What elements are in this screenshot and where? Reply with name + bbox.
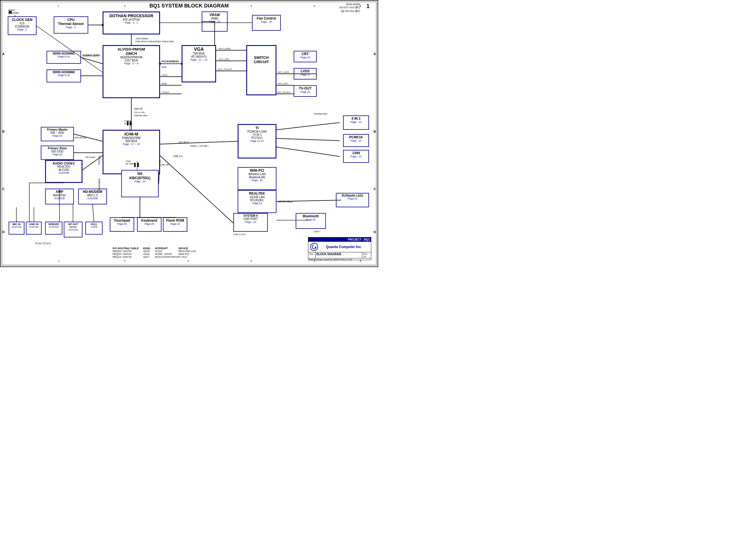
pci-row2-int: INTB# , INTD# [155,253,178,256]
hp-out-page[interactable]: AUDIO/B [65,229,81,231]
fan-control-page[interactable]: Page : 25 [254,20,279,23]
four-in-1-page[interactable]: Page : 22 [344,120,368,123]
ti-page[interactable]: Page 21,22 [239,140,275,142]
tvout-page[interactable]: Page:15 [295,90,315,93]
logo-rev: Rev 1A [362,252,371,258]
ddrii1-block: DDRII-SODIMM1 Page:9-10 [46,51,81,64]
primary-slave-block: Primary Slave IDE-ODD Page:16 [41,145,74,160]
vga-block: VGA 708 BGA ATI (M24-P) Page : 11 ~ 13 [182,45,216,82]
grid-b-right: B [373,130,376,133]
realtek-sub: 10/100 LAN [239,195,275,199]
line-in-page[interactable]: AUDIO/B [27,226,40,228]
dothan-title: DOTHAN PROCESSOR [105,13,158,18]
rj11-page[interactable]: USB/B [87,226,101,228]
alviso-page[interactable]: Page : 5 ~ 8 [105,62,158,65]
clock-gen-sub: ICS [9,22,35,25]
cpu-thermal-page[interactable]: Page : 3 [55,26,87,29]
rj45-page[interactable]: Page:23 [337,197,368,200]
rj45-block: RJ45(with LED) Page:23 [336,193,369,207]
amp-sub: MAX975X [46,194,73,197]
speker-title: SPEKER [46,223,61,226]
vga-page[interactable]: Page : 11 ~ 13 [183,58,214,61]
cpu-thermal-title2: Thermal Sensor [55,22,87,26]
keyboard-title: Keyboard [138,218,160,222]
keyboard-page[interactable]: Page:25 [138,222,160,225]
mic-in-page[interactable]: AUDIO/B [10,226,23,228]
svg-point-6 [310,243,318,251]
page-number: 1 [366,3,369,10]
speker-page[interactable]: AUDIO/B [46,226,61,228]
ns-page[interactable]: Page : 24 [123,180,157,183]
xtal-32768-1: XTAL32.768K [124,120,133,125]
amp-page[interactable]: AUDIO/B [46,197,73,200]
vram-page[interactable]: Page : 14 [203,20,226,23]
hp-out-block: HP OUT SPDIF AUDIO/B [64,222,82,238]
ns-sub: KBC(97551) [123,176,157,180]
pci-table-dev: DEVICE [178,247,196,250]
pci-row1-req: REQ0# / GNT0# [113,250,143,253]
amp-block: AMP MAX975X AUDIO/B [45,189,74,204]
ddrii1-label: 533MHZ DDRII [82,54,100,57]
bluetooth-title: Bluetooth [297,214,325,218]
ich6m-sub: FW82801FBM [105,136,158,140]
bluetooth-page[interactable]: Page:25 [297,218,325,221]
hd-modem-sub: MDC1.5 [79,194,106,197]
audio-codec-sub2: ALC260 [47,168,81,171]
clock-gen-page[interactable]: Page : 2 [9,28,35,31]
hp-out-title: HP OUT [65,223,81,226]
ddrii1-page[interactable]: Page:9-10 [48,55,80,58]
ieee1394-page[interactable]: Page : 21 [344,155,368,158]
system-usb-sub: USB PORT [234,217,267,220]
audio-codec-page[interactable]: AUDIO/B [47,171,81,174]
logo-project: PROJECT : BQ1 [308,238,371,242]
grid-num-5: 5 [314,5,315,8]
bom-line3: I@ INTVGA 要打 [339,10,360,13]
grid-c-right: C [373,187,376,191]
system-usb-title: SYSTEM 4 [234,214,267,217]
secondary-label: Secondary [98,179,100,191]
ich6m-page[interactable]: Page : 17 ~ 19 [105,143,158,145]
pci-row1-ad: AD24 [143,250,155,253]
grid-num-b5: 5 [314,260,315,263]
tvout-title: TV-OUT [295,87,315,90]
crt-page[interactable]: Page:16 [295,56,315,59]
lvds-page[interactable]: Page:15 [295,73,315,76]
ti-pcmcia-block: TI PCMCIA+1394 +4 IN 1 PCI7411 Page 21,2… [238,124,277,159]
grid-num-4: 4 [251,5,252,8]
touchpad-page[interactable]: Page:25 [111,222,133,225]
ddrii2-page[interactable]: Page:9-10 [48,74,80,77]
pcmcia-page[interactable]: Page : 22 [344,139,368,142]
ps-page[interactable]: Page:16 [42,153,73,156]
ddrii2-title: DDRII-SODIMM2 [48,71,80,74]
lvds-block: LVDS Page:15 [294,68,317,80]
mini-pci-page[interactable]: Page : 20 [239,179,275,182]
alviso-sub: NQ82915PM/GM [105,56,158,59]
bluetooth-usb-label: USB 0 [313,230,320,233]
grid-num-b3: 3 [187,260,189,263]
usb-port-label: USB 2,3,4,5 [233,233,246,236]
dothan-block: DOTHAN PROCESSOR 478 uFCPGA Page : 3 , 4 [103,12,160,35]
logo-doc-title: BLOCK DIAGRAM [315,252,362,258]
four-in-1-block: 4 IN 1 Page : 22 [343,115,369,130]
xtal-14318-symbol [8,9,16,16]
hd-modem-page[interactable]: AUDIO/B [79,197,106,200]
alviso-title2: GMCH [105,51,158,56]
pm-page[interactable]: Page:16 [42,134,73,137]
pci-routing-table: PCI ROUTING TABLE IDSEL INTERUPT DEVICE … [113,247,196,258]
flash-rom-block: Flash ROM Page:24 [163,217,187,232]
grid-c-left: C [2,187,5,191]
cpu-thermal-title: CPU [55,18,87,22]
grid-num-b2: 2 [124,260,125,263]
pci-table-int: INTERUPT [155,247,178,250]
system-usb-page[interactable]: Page : 20 [234,220,267,223]
ti-sub: PCMCIA+1394 [239,130,275,133]
ti-sub3: PCI7411 [239,136,275,140]
grid-num-b4: 4 [251,260,252,263]
pcmcia-title: PCMCIA [344,135,368,139]
flash-rom-page[interactable]: Page:24 [164,222,186,225]
ns-kbc-block: NS KBC(97551) Page : 24 [121,170,159,197]
dothan-page[interactable]: Page : 3 , 4 [105,21,158,24]
pci-row1-dev: REALTEK LAN [178,250,196,253]
clock-gen-block: CLOCK GEN ICS ICS954206 Page : 2 [8,16,37,35]
realtek-page[interactable]: Page:23 [239,202,275,205]
